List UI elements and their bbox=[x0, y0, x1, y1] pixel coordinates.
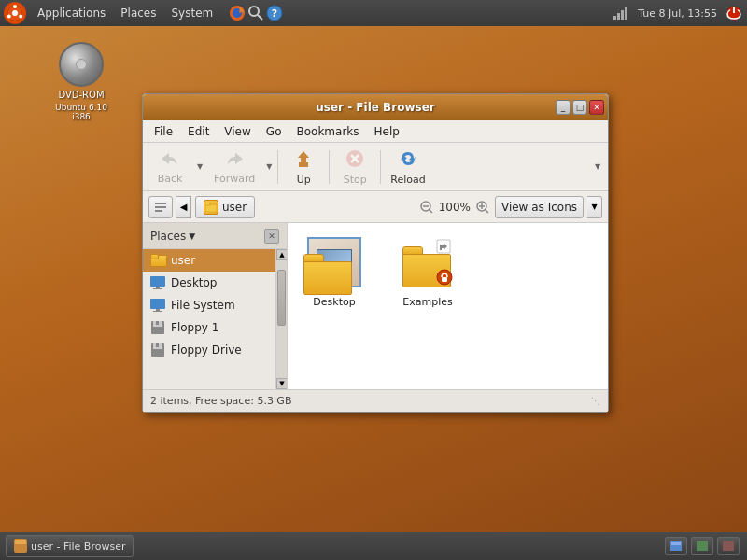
file-browser-window: user - File Browser _ □ ✕ File Edit View… bbox=[142, 93, 609, 413]
search-icon[interactable] bbox=[247, 4, 265, 22]
places-menu[interactable]: Places bbox=[113, 0, 163, 26]
menu-edit[interactable]: Edit bbox=[180, 123, 217, 140]
window-menubar: File Edit View Go Bookmarks Help bbox=[143, 120, 608, 143]
forward-label: Forward bbox=[214, 173, 255, 185]
sidebar-list: user Desktop File System bbox=[143, 249, 275, 389]
close-button[interactable]: ✕ bbox=[589, 100, 604, 115]
taskbar-btn-2[interactable] bbox=[691, 537, 713, 555]
view-mode-dropdown[interactable]: View as Icons bbox=[495, 196, 584, 218]
network-icon bbox=[612, 4, 630, 22]
menu-go[interactable]: Go bbox=[259, 123, 289, 140]
applications-menu[interactable]: Applications bbox=[30, 0, 113, 26]
maximize-button[interactable]: □ bbox=[572, 100, 587, 115]
window-titlebar: user - File Browser _ □ ✕ bbox=[143, 94, 608, 120]
sidebar: Places ▼ ✕ user bbox=[143, 223, 288, 389]
sidebar-close-button[interactable]: ✕ bbox=[264, 229, 279, 244]
reload-label: Reload bbox=[390, 174, 425, 186]
examples-folder-item[interactable]: Examples bbox=[390, 232, 465, 308]
toolbar-separator-3 bbox=[380, 150, 381, 184]
firefox-icon[interactable] bbox=[228, 4, 247, 22]
scrollbar-thumb[interactable] bbox=[277, 270, 286, 326]
zoom-out-button[interactable] bbox=[418, 199, 435, 216]
svg-rect-12 bbox=[617, 13, 620, 20]
svg-rect-35 bbox=[153, 288, 162, 289]
menu-view[interactable]: View bbox=[217, 123, 258, 140]
svg-rect-41 bbox=[156, 321, 159, 325]
dvdrom-desktop-icon[interactable]: DVD-ROM Ubuntu 6.10 i386 bbox=[49, 42, 114, 121]
back-dropdown-arrow[interactable]: ▼ bbox=[193, 150, 206, 184]
sidebar-header-label: Places ▼ bbox=[150, 230, 195, 243]
top-panel: Applications Places System bbox=[0, 0, 747, 26]
taskbar-window-item[interactable]: user - File Browser bbox=[6, 535, 134, 557]
window-controls: _ □ ✕ bbox=[556, 100, 604, 115]
help-icon[interactable]: ? bbox=[265, 4, 284, 22]
svg-point-3 bbox=[19, 15, 22, 19]
desktop: Applications Places System bbox=[0, 0, 747, 560]
taskbar-right bbox=[665, 537, 747, 555]
examples-folder-icon-wrapper bbox=[398, 232, 458, 292]
forward-dropdown-arrow[interactable]: ▼ bbox=[262, 150, 275, 184]
taskbar-icon-3 bbox=[723, 541, 734, 551]
view-mode-dropdown-arrow[interactable]: ▼ bbox=[587, 196, 602, 218]
scrollbar-up-arrow[interactable]: ▲ bbox=[276, 249, 288, 260]
desktop-folder-label: Desktop bbox=[313, 296, 355, 308]
path-folder-icon bbox=[204, 200, 218, 215]
svg-rect-22 bbox=[155, 206, 166, 208]
scrollbar-down-arrow[interactable]: ▼ bbox=[276, 378, 288, 389]
location-edit-button[interactable] bbox=[148, 196, 173, 218]
back-label: Back bbox=[158, 173, 183, 185]
menu-bookmarks[interactable]: Bookmarks bbox=[289, 123, 366, 140]
taskbar-btn-3[interactable] bbox=[717, 537, 740, 555]
svg-point-4 bbox=[7, 15, 11, 19]
svg-text:?: ? bbox=[272, 7, 277, 20]
sidebar-floppy1-label: Floppy 1 bbox=[171, 321, 218, 334]
reload-icon bbox=[398, 148, 418, 172]
dvd-center bbox=[76, 59, 87, 70]
zoom-in-button[interactable] bbox=[474, 199, 491, 216]
sidebar-item-filesystem[interactable]: File System bbox=[143, 294, 275, 316]
sidebar-item-user[interactable]: user bbox=[143, 249, 275, 272]
resize-handle[interactable]: ⋱ bbox=[591, 396, 600, 406]
menu-help[interactable]: Help bbox=[367, 123, 407, 140]
back-button[interactable]: Back bbox=[147, 146, 193, 189]
minimize-button[interactable]: _ bbox=[556, 100, 571, 115]
svg-rect-52 bbox=[697, 541, 708, 551]
link-arrow-icon bbox=[436, 239, 451, 254]
sidebar-item-floppy1[interactable]: Floppy 1 bbox=[143, 316, 275, 339]
svg-rect-25 bbox=[205, 203, 210, 205]
power-icon[interactable] bbox=[725, 4, 743, 22]
system-menu[interactable]: System bbox=[163, 0, 220, 26]
dvd-label-line1: DVD-ROM bbox=[58, 89, 104, 101]
reload-button[interactable]: Reload bbox=[383, 145, 432, 189]
floppy1-icon bbox=[150, 320, 165, 335]
desktop-folder-item[interactable]: Desktop bbox=[297, 232, 372, 308]
floppydrive-icon bbox=[150, 343, 165, 357]
scrollbar-track[interactable] bbox=[276, 260, 287, 378]
sidebar-filesystem-label: File System bbox=[171, 299, 235, 312]
forward-icon bbox=[224, 149, 245, 171]
svg-rect-44 bbox=[156, 343, 159, 347]
up-button[interactable]: Up bbox=[280, 145, 327, 189]
location-back-button[interactable]: ◀ bbox=[176, 196, 191, 218]
sidebar-floppydrive-label: Floppy Drive bbox=[171, 343, 242, 357]
sidebar-item-floppydrive[interactable]: Floppy Drive bbox=[143, 339, 275, 361]
svg-point-2 bbox=[13, 5, 17, 8]
user-folder-icon bbox=[150, 253, 165, 268]
taskbar-window-icon bbox=[14, 539, 27, 553]
taskbar-btn-1[interactable] bbox=[665, 537, 687, 555]
menu-file[interactable]: File bbox=[147, 123, 180, 140]
toolbar-dropdown-arrow[interactable]: ▼ bbox=[591, 150, 604, 184]
svg-line-8 bbox=[258, 15, 262, 20]
location-path[interactable]: user bbox=[195, 196, 255, 218]
svg-rect-37 bbox=[156, 309, 160, 311]
svg-rect-23 bbox=[155, 210, 162, 212]
bottom-panel: user - File Browser bbox=[0, 532, 747, 560]
forward-button[interactable]: Forward bbox=[206, 146, 262, 189]
sidebar-scroll: user Desktop File System bbox=[143, 249, 287, 389]
svg-line-30 bbox=[485, 209, 488, 213]
sidebar-item-desktop[interactable]: Desktop bbox=[143, 272, 275, 294]
svg-point-1 bbox=[12, 10, 18, 16]
svg-rect-17 bbox=[299, 162, 308, 167]
back-icon bbox=[160, 149, 180, 171]
stop-button[interactable]: Stop bbox=[331, 145, 378, 189]
